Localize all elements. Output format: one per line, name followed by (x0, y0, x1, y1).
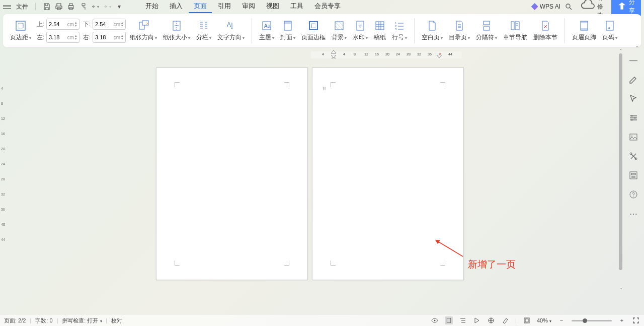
drag-handle-icon[interactable]: ⠿ (323, 86, 327, 92)
eye-icon[interactable] (431, 316, 439, 324)
ribbon: 页边距 上: 2.54cm▴▾ 下: 2.54cm▴▾ 左: 3.18cm▴▾ … (3, 14, 641, 47)
reading-view-icon[interactable] (473, 316, 481, 324)
theme-icon: Aa (261, 20, 273, 32)
margin-bottom-input[interactable]: 2.54cm▴▾ (93, 19, 126, 30)
search-icon[interactable] (565, 3, 573, 11)
print-preview-icon[interactable] (55, 3, 63, 11)
minus-icon[interactable]: — (628, 55, 638, 66)
tab-home[interactable]: 开始 (140, 0, 164, 13)
undo-icon[interactable] (91, 3, 99, 11)
pencil-icon[interactable] (628, 75, 638, 85)
background-button[interactable]: 背景 (330, 20, 349, 42)
text-direction-button[interactable]: A文字方向 (215, 20, 247, 42)
header-footer-button[interactable]: 页眉页脚 (570, 20, 598, 42)
help-icon[interactable]: ? (628, 189, 638, 200)
line-number-button[interactable]: 123行号 (390, 20, 409, 42)
save-icon[interactable] (43, 3, 51, 11)
page-margin-button[interactable]: 页边距 (8, 20, 33, 42)
redo-icon[interactable] (103, 3, 111, 11)
blank-page-button[interactable]: 空白页 (420, 20, 445, 42)
tab-page[interactable]: 页面 (189, 0, 212, 13)
theme-button[interactable]: Aa主题 (257, 20, 276, 42)
page-border-button[interactable]: 页面边框 (299, 20, 328, 42)
svg-text:Aa: Aa (264, 23, 271, 29)
page-border-icon (307, 20, 319, 32)
delete-section-button[interactable]: 删除本节 (531, 20, 559, 42)
tab-stop-icon[interactable]: × (439, 51, 441, 56)
page-number-button[interactable]: #页码 (600, 20, 619, 42)
chapter-nav-button[interactable]: 章节导航 (501, 20, 529, 42)
wps-ai-button[interactable]: WPS AI (531, 3, 560, 10)
scroll-down-icon[interactable]: ⌄ (619, 285, 623, 290)
indent-marker-left-icon[interactable] (331, 50, 336, 54)
settings-icon[interactable] (628, 113, 638, 123)
word-count[interactable]: 字数: 0 (35, 317, 52, 324)
blank-page-icon (426, 20, 438, 32)
fit-icon[interactable] (523, 316, 531, 324)
page-view-icon[interactable] (445, 316, 453, 324)
margin-right-input[interactable]: 3.18cm▴▾ (93, 32, 126, 43)
svg-marker-56 (331, 55, 336, 58)
zoom-slider[interactable] (572, 320, 612, 321)
spell-check-status[interactable]: 拼写检查: 打开 ▾ (62, 317, 102, 324)
svg-point-65 (631, 136, 632, 137)
margin-top-label: 上: (35, 20, 44, 29)
margin-top-input[interactable]: 2.54cm▴▾ (46, 19, 79, 30)
indent-marker-left-bottom-icon[interactable] (331, 55, 336, 59)
hamburger-menu-icon[interactable] (3, 5, 11, 9)
template-icon[interactable] (628, 170, 638, 180)
tab-tools[interactable]: 工具 (285, 0, 308, 13)
vertical-ruler: 48 1216 2024 2832 3640 44 (0, 56, 8, 315)
columns-button[interactable]: 分栏 (194, 20, 213, 42)
manuscript-button[interactable]: 稿纸 (372, 20, 388, 42)
svg-rect-23 (284, 21, 291, 24)
paper-size-button[interactable]: 纸张大小 (161, 20, 192, 42)
more-icon[interactable]: ⋯ (628, 209, 638, 219)
svg-rect-51 (581, 21, 588, 23)
scroll-up-icon[interactable]: ⌃ (619, 48, 623, 53)
page-2[interactable]: ⠿ (312, 68, 464, 280)
fullscreen-icon[interactable] (632, 316, 640, 324)
file-menu[interactable]: 文件 (13, 3, 31, 11)
svg-point-74 (434, 320, 436, 321)
svg-text:3: 3 (395, 28, 397, 31)
highlight-icon[interactable] (501, 316, 509, 324)
orientation-button[interactable]: 纸张方向 (128, 20, 159, 42)
toc-page-button[interactable]: 目录页 (447, 20, 472, 42)
svg-point-3 (566, 4, 570, 8)
zoom-out-icon[interactable]: − (557, 316, 566, 324)
cursor-select-icon[interactable] (628, 94, 638, 104)
cover-button[interactable]: 封面 (278, 20, 297, 42)
outline-view-icon[interactable] (459, 316, 467, 324)
columns-icon (198, 20, 210, 32)
svg-rect-68 (630, 172, 637, 179)
ribbon-tabs: 开始 插入 页面 引用 审阅 视图 工具 会员专享 (140, 0, 346, 13)
page-1[interactable] (156, 68, 308, 280)
margin-icon (15, 20, 27, 32)
svg-rect-46 (511, 22, 514, 30)
tab-reference[interactable]: 引用 (213, 0, 236, 13)
margin-left-input[interactable]: 3.18cm▴▾ (46, 32, 79, 43)
zoom-in-icon[interactable]: + (618, 316, 626, 324)
print-icon[interactable] (67, 3, 75, 11)
proofread[interactable]: 校对 (111, 317, 122, 324)
svg-rect-57 (332, 58, 335, 59)
image-icon[interactable] (628, 132, 638, 142)
margin-left-label: 左: (35, 33, 44, 42)
format-painter-icon[interactable] (79, 3, 87, 11)
web-view-icon[interactable] (487, 316, 495, 324)
qat-more-icon[interactable]: ▾ (115, 3, 123, 11)
horizontal-ruler[interactable]: 4 4 8 12 16 20 24 28 32 36 44 × (311, 51, 462, 58)
svg-rect-75 (447, 318, 451, 323)
zoom-level[interactable]: 40% ▾ (537, 317, 551, 323)
tools-icon[interactable] (628, 151, 638, 161)
vertical-scrollbar[interactable]: ⌃ ⌄ (618, 53, 623, 285)
tab-membership[interactable]: 会员专享 (309, 0, 346, 13)
watermark-button[interactable]: 水水印 (351, 20, 370, 42)
scroll-thumb[interactable] (619, 53, 622, 270)
tab-review[interactable]: 审阅 (237, 0, 260, 13)
tab-view[interactable]: 视图 (261, 0, 284, 13)
page-indicator[interactable]: 页面: 2/2 (4, 317, 26, 324)
separator-button[interactable]: 分隔符 (474, 20, 499, 42)
tab-insert[interactable]: 插入 (165, 0, 188, 13)
